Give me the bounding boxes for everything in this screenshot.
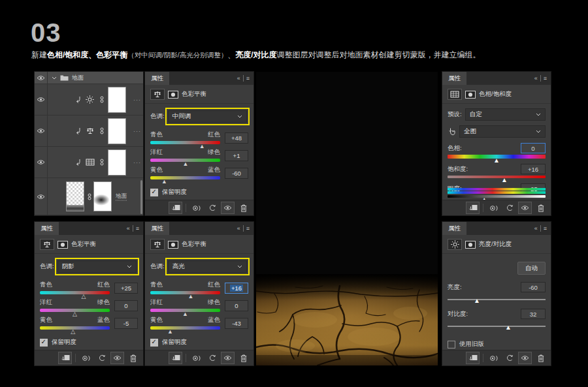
layer-group-row[interactable]: 地面 <box>35 72 143 84</box>
yellow-blue-slider[interactable] <box>150 176 220 179</box>
tab-properties[interactable]: 属性 <box>145 72 169 85</box>
visibility-toggle-button[interactable] <box>110 352 124 364</box>
clip-to-layer-button[interactable] <box>169 352 182 364</box>
contrast-slider[interactable] <box>448 326 546 327</box>
link-mask-icon[interactable] <box>88 193 91 200</box>
view-previous-state-button[interactable] <box>487 352 500 364</box>
slider-thumb[interactable] <box>493 157 500 164</box>
hue-slider[interactable] <box>448 155 546 159</box>
contrast-value-input[interactable]: 32 <box>521 309 546 319</box>
clip-to-layer-button[interactable] <box>169 202 182 214</box>
delete-button[interactable] <box>237 202 250 214</box>
reset-button[interactable] <box>502 352 516 364</box>
panel-menu-icon[interactable]: ≡ <box>246 75 250 82</box>
slider-thumb[interactable] <box>199 142 205 150</box>
layer-mask-icon[interactable] <box>168 91 178 99</box>
layer-row-ground[interactable]: 地面 <box>35 178 143 215</box>
layer-row-brightness-contrast[interactable]: ··· <box>35 84 143 116</box>
layer-thumbnail[interactable] <box>66 181 84 211</box>
lightness-slider[interactable] <box>448 195 546 198</box>
visibility-eye-icon[interactable] <box>35 84 48 115</box>
reset-button[interactable] <box>205 202 219 214</box>
layer-row-hue-saturation[interactable]: ··· <box>35 147 143 178</box>
layer-mask-icon[interactable] <box>57 241 68 249</box>
tab-properties[interactable]: 属性 <box>145 222 169 235</box>
panel-menu-icon[interactable]: ≡ <box>544 75 547 82</box>
slider-thumb[interactable] <box>161 178 167 185</box>
link-mask-icon[interactable] <box>100 127 104 134</box>
layer-mask-thumbnail[interactable] <box>108 87 126 113</box>
brightness-slider[interactable] <box>448 299 546 300</box>
visibility-toggle-button[interactable] <box>518 202 532 214</box>
cyan-red-slider[interactable] <box>150 141 220 144</box>
slider-thumb[interactable] <box>183 160 189 168</box>
visibility-toggle-button[interactable] <box>221 202 235 214</box>
delete-button[interactable] <box>534 352 547 364</box>
collapse-panel-icon[interactable]: « <box>237 75 240 82</box>
link-mask-icon[interactable] <box>100 96 104 103</box>
slider-thumb[interactable] <box>73 310 77 318</box>
panel-menu-icon[interactable]: ≡ <box>246 225 250 232</box>
saturation-slider[interactable] <box>448 176 546 178</box>
layer-mask-icon[interactable] <box>465 241 476 249</box>
yellow-blue-slider[interactable] <box>150 326 220 330</box>
visibility-eye-icon[interactable] <box>35 147 48 178</box>
tone-dropdown[interactable]: 中间调 <box>168 110 247 123</box>
slider-thumb[interactable] <box>474 297 480 305</box>
visibility-toggle-button[interactable] <box>221 352 235 364</box>
tone-dropdown[interactable]: 阴影 <box>57 260 137 273</box>
collapse-panel-icon[interactable]: « <box>534 225 538 232</box>
yellow-blue-value[interactable]: -5 <box>114 318 138 329</box>
brightness-value-input[interactable]: -60 <box>521 282 546 292</box>
reset-button[interactable] <box>205 352 219 364</box>
clip-to-layer-button[interactable] <box>466 352 480 364</box>
panel-menu-icon[interactable]: ≡ <box>544 225 547 232</box>
slider-thumb[interactable] <box>167 328 173 335</box>
chevron-down-icon[interactable] <box>52 76 57 80</box>
preserve-luminosity-checkbox[interactable] <box>150 339 158 347</box>
reset-button[interactable] <box>95 352 108 364</box>
slider-thumb[interactable] <box>505 324 512 332</box>
visibility-toggle-button[interactable] <box>518 352 532 364</box>
layer-mask-icon[interactable] <box>465 91 476 99</box>
clip-to-layer-button[interactable] <box>466 202 480 214</box>
slider-thumb[interactable] <box>71 328 75 335</box>
preserve-luminosity-checkbox[interactable] <box>150 189 158 196</box>
layer-row-color-balance[interactable]: ··· <box>35 116 143 147</box>
tone-dropdown[interactable]: 高光 <box>168 260 247 273</box>
reset-button[interactable] <box>502 202 516 214</box>
use-legacy-checkbox[interactable] <box>448 341 455 348</box>
layer-mask-thumbnail[interactable] <box>108 149 126 176</box>
magenta-green-slider[interactable] <box>150 309 220 312</box>
delete-button[interactable] <box>126 352 140 364</box>
layer-name[interactable]: 地面 <box>116 193 127 201</box>
tab-properties[interactable]: 属性 <box>442 222 466 235</box>
clip-to-layer-button[interactable] <box>58 352 72 364</box>
cyan-red-value[interactable]: +48 <box>225 132 248 144</box>
yellow-blue-value[interactable]: -60 <box>225 168 248 179</box>
yellow-blue-slider[interactable] <box>40 326 110 330</box>
collapse-panel-icon[interactable]: « <box>534 75 538 82</box>
cyan-red-slider[interactable] <box>40 291 110 294</box>
slider-thumb[interactable] <box>501 176 508 184</box>
slider-thumb[interactable] <box>81 292 86 300</box>
layer-mask-thumbnail[interactable] <box>108 118 126 144</box>
collapse-panel-icon[interactable]: « <box>237 225 240 232</box>
view-previous-state-button[interactable] <box>487 202 500 214</box>
magenta-green-slider[interactable] <box>40 309 110 312</box>
cyan-red-value[interactable]: +16 <box>225 283 248 294</box>
collapse-panel-icon[interactable]: « <box>127 225 130 232</box>
slider-thumb[interactable] <box>182 310 188 318</box>
magenta-green-value[interactable]: +1 <box>225 150 248 161</box>
link-mask-icon[interactable] <box>100 159 104 166</box>
layer-mask-thumbnail[interactable] <box>93 181 112 211</box>
delete-button[interactable] <box>534 202 547 214</box>
magenta-green-slider[interactable] <box>150 159 220 162</box>
slider-thumb[interactable] <box>188 292 194 300</box>
preserve-luminosity-checkbox[interactable] <box>40 339 48 347</box>
channel-dropdown[interactable]: 全图 <box>459 125 546 138</box>
delete-button[interactable] <box>237 352 250 364</box>
scrollbar[interactable] <box>140 180 142 214</box>
view-previous-state-button[interactable] <box>189 202 203 214</box>
magenta-green-value[interactable]: 0 <box>225 300 248 311</box>
